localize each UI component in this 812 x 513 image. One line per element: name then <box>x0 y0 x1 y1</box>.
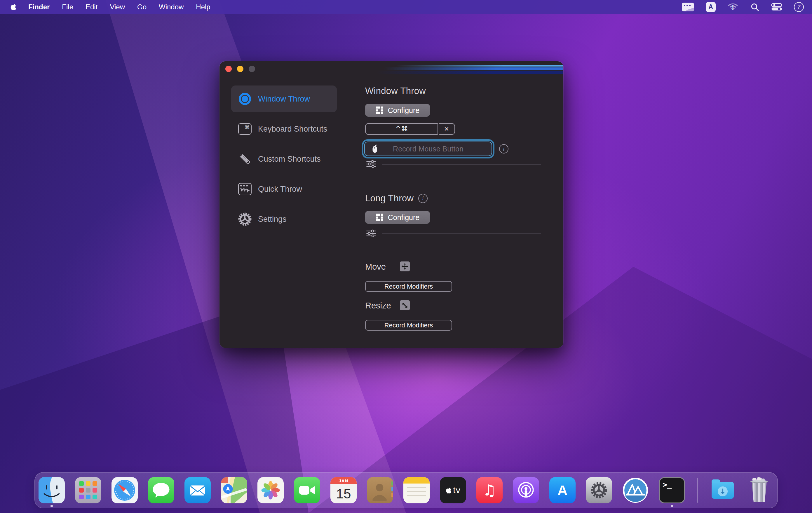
dock-calendar[interactable]: JAN 15 <box>330 477 357 503</box>
window-throw-options-icon[interactable] <box>366 160 377 169</box>
calendar-day: 15 <box>330 484 357 503</box>
dock-safari[interactable] <box>112 477 138 503</box>
dock-finder[interactable] <box>38 477 65 503</box>
menu-app-name[interactable]: Finder <box>22 3 56 11</box>
dock-notes[interactable] <box>403 477 430 503</box>
dock-trash[interactable] <box>746 477 772 503</box>
long-throw-info-icon[interactable]: i <box>418 194 428 203</box>
dock-tv[interactable]: tv <box>440 477 466 503</box>
move-icon <box>400 262 410 271</box>
wifi-alert-icon[interactable]: ! <box>727 2 738 12</box>
dock-mail[interactable] <box>184 477 211 503</box>
desktop: { "colors": { "accent_blue": "#2e8ff2", … <box>0 0 812 513</box>
clock-timer-icon[interactable]: 7 <box>794 2 804 12</box>
menu-item-go[interactable]: Go <box>131 3 153 11</box>
tv-icon: tv <box>440 477 466 503</box>
window-throw-hotkey: ^⌘ × <box>365 123 455 135</box>
menu-bar: Finder File Edit View Go Window Help A ! <box>0 0 812 14</box>
grid-icon <box>376 107 383 114</box>
messages-icon <box>148 477 174 503</box>
gear-icon <box>238 212 252 227</box>
dock-maps[interactable] <box>221 477 247 503</box>
titlebar-blue-streaks <box>325 65 563 77</box>
input-source-icon[interactable]: A <box>706 2 716 12</box>
sidebar-item-custom-shortcuts[interactable]: Custom Shortcuts <box>231 146 337 173</box>
mouse-icon <box>370 144 380 156</box>
keyboard-manager-icon[interactable] <box>682 3 694 11</box>
dock-window-manager-app[interactable] <box>622 477 648 503</box>
dock-launchpad[interactable] <box>75 477 101 503</box>
mail-icon <box>184 477 211 503</box>
facetime-icon <box>294 477 320 503</box>
resize-record-modifiers-button[interactable]: Record Modifiers <box>365 320 452 331</box>
long-throw-title: Long Throw i <box>365 193 428 204</box>
dock-podcasts[interactable] <box>513 477 539 503</box>
calendar-month: JAN <box>330 477 357 484</box>
safari-icon <box>112 477 138 503</box>
move-record-modifiers-button[interactable]: Record Modifiers <box>365 281 452 292</box>
maps-icon <box>221 477 247 503</box>
grid-icon <box>376 214 383 221</box>
apple-logo-icon <box>10 3 17 11</box>
finder-icon <box>38 477 65 503</box>
dock-facetime[interactable] <box>294 477 320 503</box>
sidebar-item-settings[interactable]: Settings <box>231 206 337 233</box>
sidebar-item-quick-throw[interactable]: Quick Throw <box>231 176 337 203</box>
resize-label: Resize <box>365 301 391 310</box>
terminal-prompt-glyph: >_ <box>663 480 672 503</box>
dock-music[interactable]: ♫ <box>476 477 503 503</box>
dock-contacts[interactable] <box>367 477 393 503</box>
hotkey-value-field[interactable]: ^⌘ <box>365 123 438 135</box>
keycap-command-icon: ⌘ <box>238 122 252 136</box>
window-throw-info-icon[interactable]: i <box>499 144 509 153</box>
dock-messages[interactable] <box>148 477 174 503</box>
download-arrow-glyph: ↓ <box>718 486 728 496</box>
sidebar-item-keyboard-shortcuts[interactable]: ⌘ Keyboard Shortcuts <box>231 116 337 142</box>
long-throw-configure-button[interactable]: Configure <box>365 211 430 224</box>
zoom-button[interactable] <box>249 66 255 72</box>
dock: JAN 15 tv <box>34 472 778 508</box>
menu-item-edit[interactable]: Edit <box>79 3 104 11</box>
window-throw-configure-button[interactable]: Configure <box>365 104 430 117</box>
menu-item-file[interactable]: File <box>56 3 79 11</box>
appstore-icon: A <box>549 477 576 503</box>
calendar-icon: JAN 15 <box>330 477 357 503</box>
dock-appstore[interactable]: A <box>549 477 576 503</box>
apple-menu[interactable] <box>8 3 18 11</box>
divider <box>382 164 541 164</box>
music-icon: ♫ <box>476 477 503 503</box>
sidebar-item-window-throw[interactable]: Window Throw <box>231 86 337 112</box>
dock-system-preferences[interactable] <box>586 477 612 503</box>
record-mouse-button-field[interactable]: Record Mouse Button <box>364 142 492 156</box>
window-cursors-icon <box>238 182 252 197</box>
hotkey-clear-button[interactable]: × <box>439 123 455 135</box>
system-preferences-icon <box>586 477 612 503</box>
notes-icon <box>403 477 430 503</box>
menu-item-help[interactable]: Help <box>190 3 216 11</box>
window-throw-title: Window Throw <box>365 86 426 96</box>
appstore-letter: A <box>557 482 568 499</box>
terminal-icon: >_ <box>659 477 685 503</box>
move-label: Move <box>365 262 386 272</box>
ruler-wrench-icon <box>238 152 252 166</box>
dock-terminal[interactable]: >_ <box>659 477 685 503</box>
long-throw-options-icon[interactable] <box>366 229 377 239</box>
menu-item-window[interactable]: Window <box>153 3 190 11</box>
close-button[interactable] <box>225 66 232 72</box>
contacts-icon <box>367 477 393 503</box>
minimize-button[interactable] <box>237 66 243 72</box>
dock-downloads[interactable]: ↓ <box>709 477 736 503</box>
control-center-icon[interactable] <box>771 3 782 11</box>
resize-icon <box>400 300 410 310</box>
menu-item-view[interactable]: View <box>104 3 131 11</box>
spotlight-search-icon[interactable] <box>750 2 759 12</box>
record-mouse-placeholder: Record Mouse Button <box>393 145 464 153</box>
photos-icon <box>257 477 284 503</box>
menu-status-area: A ! 7 <box>682 2 804 12</box>
downloads-folder-icon: ↓ <box>709 477 736 503</box>
podcasts-icon <box>513 477 539 503</box>
trash-full-icon <box>746 477 772 503</box>
mountain-app-icon <box>622 477 648 503</box>
dock-photos[interactable] <box>257 477 284 503</box>
launchpad-icon <box>75 477 101 503</box>
